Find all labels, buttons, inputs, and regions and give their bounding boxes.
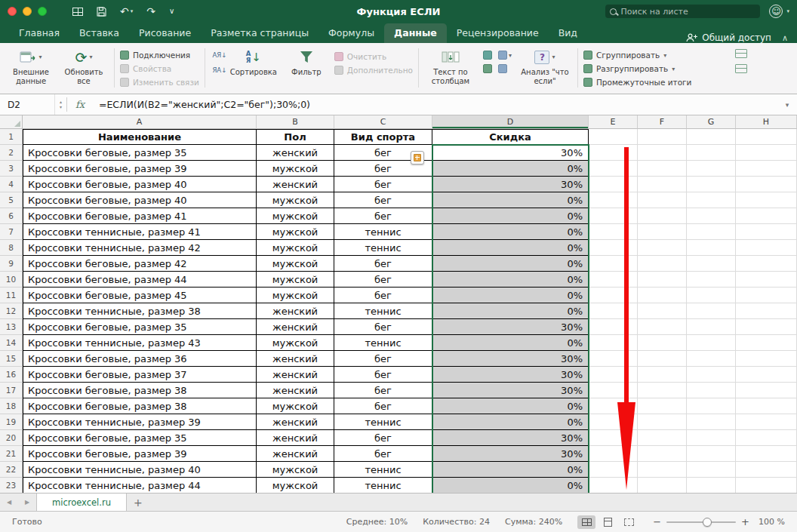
column-header-H[interactable]: H (736, 115, 797, 129)
cell-empty[interactable] (638, 161, 687, 177)
row-header-11[interactable]: 11 (0, 288, 23, 303)
cell-empty[interactable] (736, 256, 797, 272)
cell-empty[interactable] (638, 192, 687, 208)
cell-empty[interactable] (589, 272, 638, 288)
cell-gender[interactable]: мужской (257, 192, 334, 208)
cell-empty[interactable] (638, 430, 687, 446)
ribbon-tab-5[interactable]: Данные (384, 23, 447, 43)
connections-button[interactable]: Подключения (120, 49, 190, 61)
cell-sport[interactable]: теннис (334, 240, 432, 256)
cell-name[interactable]: Кроссовки теннисные, размер 44 (23, 478, 257, 493)
minimize-window-button[interactable] (23, 7, 32, 16)
cell-empty[interactable] (589, 335, 638, 351)
cell-empty[interactable] (687, 240, 736, 256)
row-header-12[interactable]: 12 (0, 303, 23, 319)
cell-gender[interactable]: мужской (257, 335, 334, 351)
ribbon-tab-3[interactable]: Разметка страницы (201, 23, 318, 43)
cell-discount[interactable]: 0% (432, 398, 589, 414)
cell-discount[interactable]: 0% (432, 288, 589, 303)
cell-empty[interactable] (589, 208, 638, 224)
cell-name[interactable]: Кроссовки беговые, размер 38 (23, 398, 257, 414)
row-header-21[interactable]: 21 (0, 446, 23, 462)
header-cell-discount[interactable]: Скидка (432, 129, 589, 145)
cell-sport[interactable]: теннис (334, 478, 432, 493)
cell-discount[interactable]: 0% (432, 478, 589, 493)
cell-empty[interactable] (736, 208, 797, 224)
ribbon-tab-7[interactable]: Вид (549, 23, 587, 43)
cell-empty[interactable] (736, 367, 797, 383)
cell-gender[interactable]: женский (257, 367, 334, 383)
ribbon-tab-0[interactable]: Главная (9, 23, 69, 43)
cell-empty[interactable] (736, 430, 797, 446)
cell-empty[interactable] (638, 383, 687, 398)
column-header-C[interactable]: C (334, 115, 432, 129)
cell-empty[interactable] (736, 414, 797, 430)
cell-name[interactable]: Кроссовки беговые, размер 44 (23, 272, 257, 288)
column-header-F[interactable]: F (638, 115, 687, 129)
cell-empty[interactable] (589, 129, 638, 145)
formula-bar-expand-icon[interactable]: ▾ (777, 94, 797, 115)
cell-sport[interactable]: бег (334, 256, 432, 272)
cell-gender[interactable]: женский (257, 383, 334, 398)
cell-gender[interactable]: мужской (257, 462, 334, 478)
filter-button[interactable]: Фильтр (282, 46, 331, 77)
cell-name[interactable]: Кроссовки беговые, размер 35 (23, 319, 257, 335)
cell-empty[interactable] (736, 145, 797, 161)
cell-gender[interactable]: женский (257, 351, 334, 367)
cell-discount[interactable]: 0% (432, 462, 589, 478)
cell-empty[interactable] (736, 240, 797, 256)
cell-empty[interactable] (687, 351, 736, 367)
cell-empty[interactable] (736, 319, 797, 335)
row-header-10[interactable]: 10 (0, 272, 23, 288)
cell-empty[interactable] (638, 319, 687, 335)
text-to-columns-button[interactable]: Текст по столбцам (424, 46, 477, 86)
cell-empty[interactable] (687, 367, 736, 383)
show-detail-icon[interactable] (735, 49, 747, 58)
cell-sport[interactable]: бег (334, 288, 432, 303)
ribbon-tab-1[interactable]: Вставка (69, 23, 129, 43)
zoom-slider-knob[interactable] (703, 518, 712, 527)
zoom-out-button[interactable]: − (653, 517, 661, 527)
row-header-2[interactable]: 2 (0, 145, 23, 161)
cell-sport[interactable]: бег (334, 383, 432, 398)
cell-gender[interactable]: мужской (257, 272, 334, 288)
cell-sport[interactable]: бег (334, 446, 432, 462)
row-header-13[interactable]: 13 (0, 319, 23, 335)
cell-empty[interactable] (589, 478, 638, 493)
cell-empty[interactable] (638, 177, 687, 192)
cell-empty[interactable] (638, 303, 687, 319)
cell-empty[interactable] (589, 351, 638, 367)
page-break-view-button[interactable] (620, 515, 638, 529)
zoom-slider[interactable] (666, 517, 736, 527)
header-cell-sport[interactable]: Вид спорта (334, 129, 432, 145)
cell-name[interactable]: Кроссовки беговые, размер 35 (23, 430, 257, 446)
cell-name[interactable]: Кроссовки беговые, размер 36 (23, 351, 257, 367)
row-header-16[interactable]: 16 (0, 367, 23, 383)
zoom-in-button[interactable]: + (741, 517, 749, 527)
cell-gender[interactable]: женский (257, 414, 334, 430)
cell-gender[interactable]: женский (257, 303, 334, 319)
cell-empty[interactable] (736, 177, 797, 192)
cell-empty[interactable] (687, 145, 736, 161)
cell-empty[interactable] (736, 446, 797, 462)
cell-sport[interactable]: теннис (334, 335, 432, 351)
cell-empty[interactable] (736, 303, 797, 319)
cell-discount[interactable]: 0% (432, 224, 589, 240)
cell-gender[interactable]: мужской (257, 161, 334, 177)
sort-descending-button[interactable]: ЯА↓ (211, 64, 229, 75)
row-header-20[interactable]: 20 (0, 430, 23, 446)
search-input[interactable] (620, 7, 755, 17)
cell-discount[interactable]: 30% (432, 446, 589, 462)
column-header-B[interactable]: B (257, 115, 334, 129)
cell-empty[interactable] (687, 383, 736, 398)
consolidate-button[interactable] (498, 64, 512, 73)
cell-gender[interactable]: мужской (257, 288, 334, 303)
cell-empty[interactable] (687, 398, 736, 414)
cell-empty[interactable] (638, 335, 687, 351)
cell-name[interactable]: Кроссовки теннисные, размер 42 (23, 240, 257, 256)
cell-empty[interactable] (589, 462, 638, 478)
row-header-14[interactable]: 14 (0, 335, 23, 351)
normal-view-button[interactable] (577, 515, 595, 529)
cell-gender[interactable]: мужской (257, 224, 334, 240)
row-header-7[interactable]: 7 (0, 224, 23, 240)
